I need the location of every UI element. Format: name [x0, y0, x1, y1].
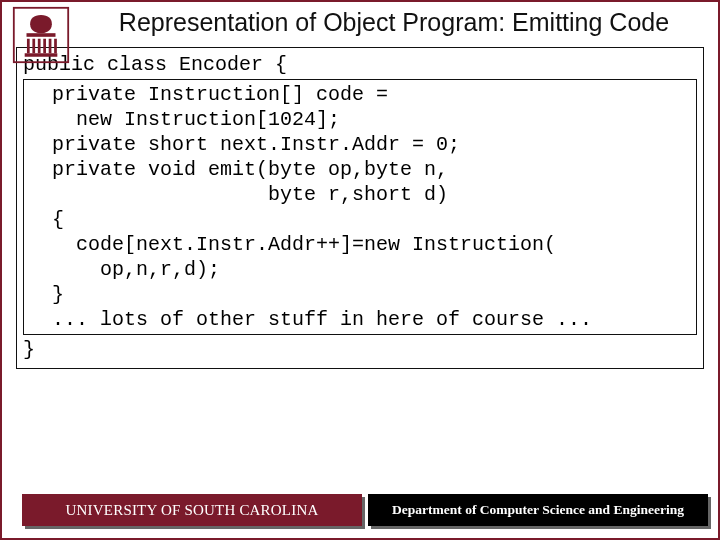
code-outer-box: public class Encoder { private Instructi… — [16, 47, 704, 369]
code-line: byte r,short d) — [28, 182, 692, 207]
code-inner-box: private Instruction[] code = new Instruc… — [23, 79, 697, 335]
code-line: op,n,r,d); — [28, 257, 692, 282]
slide-title: Representation of Object Program: Emitti… — [80, 8, 708, 37]
slide: Representation of Object Program: Emitti… — [0, 0, 720, 540]
code-line: } — [28, 282, 692, 307]
code-class-open: public class Encoder { — [23, 52, 697, 77]
code-line: private short next.Instr.Addr = 0; — [28, 132, 692, 157]
university-logo-icon — [12, 6, 70, 64]
code-line: ... lots of other stuff in here of cours… — [28, 307, 692, 332]
slide-body: public class Encoder { private Instructi… — [2, 41, 718, 369]
code-line: private void emit(byte op,byte n, — [28, 157, 692, 182]
code-line: code[next.Instr.Addr++]=new Instruction( — [28, 232, 692, 257]
code-class-close: } — [23, 337, 697, 362]
slide-footer: UNIVERSITY OF SOUTH CAROLINA Department … — [22, 494, 708, 526]
slide-header: Representation of Object Program: Emitti… — [2, 2, 718, 41]
code-line: { — [28, 207, 692, 232]
footer-department: Department of Computer Science and Engin… — [368, 494, 708, 526]
code-line: private Instruction[] code = — [28, 82, 692, 107]
code-line: new Instruction[1024]; — [28, 107, 692, 132]
footer-university: UNIVERSITY OF SOUTH CAROLINA — [22, 494, 362, 526]
